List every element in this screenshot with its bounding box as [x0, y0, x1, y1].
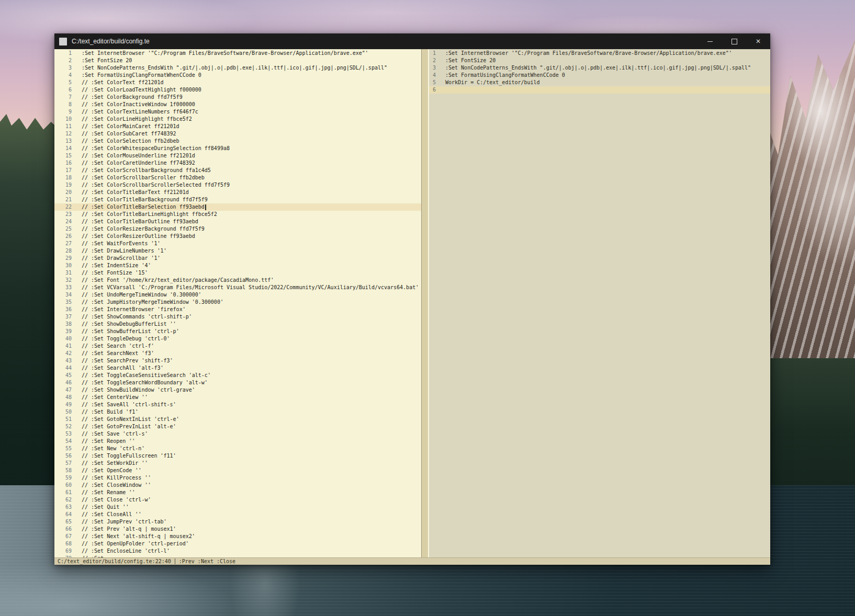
status-commands[interactable]: :Prev :Next :Close: [179, 558, 235, 564]
code-line[interactable]: 5WorkDir = C:/text_editor/build: [429, 79, 770, 86]
line-text: // :Set Font '/home/krz/text_editor/pack…: [82, 277, 274, 284]
code-line[interactable]: 16// :Set ColorCaretUnderline ff748392: [54, 159, 421, 167]
window-titlebar[interactable]: C:/text_editor/build/config.te ✕: [54, 33, 770, 49]
code-line[interactable]: 53// :Set Save 'ctrl-s': [54, 430, 421, 438]
line-text: // :Set ColorText ff21201d: [82, 79, 164, 86]
line-number: 63: [54, 504, 72, 511]
code-line[interactable]: 7// :Set ColorBackground ffd7f5f9: [54, 94, 421, 101]
code-line[interactable]: 4:Set FormatUsingClangFormatWhenCCode 0: [54, 72, 421, 79]
line-text: // :Set ToggleDebug 'ctrl-0': [82, 335, 170, 343]
code-line[interactable]: 3:Set NonCodePatterns_EndsWith ".git/|.o…: [54, 64, 421, 72]
code-line[interactable]: 55// :Set New 'ctrl-n': [54, 445, 421, 452]
code-line[interactable]: 54// :Set Reopen '': [54, 438, 421, 445]
code-line[interactable]: 1:Set InternetBrowser '"C:/Program Files…: [429, 50, 770, 57]
line-text: // :Set SearchAll 'alt-f3': [82, 364, 164, 372]
code-line[interactable]: 50// :Set Build 'f1': [54, 408, 421, 416]
code-line[interactable]: 14// :Set ColorWhitespaceDuringSelection…: [54, 145, 421, 152]
code-line[interactable]: 61// :Set Rename '': [54, 489, 421, 496]
code-line[interactable]: 42// :Set SearchNext 'f3': [54, 350, 421, 357]
code-line[interactable]: 10// :Set ColorLineHighlight ffbce5f2: [54, 116, 421, 123]
code-line[interactable]: 24// :Set ColorTitleBarOutline ff93aebd: [54, 218, 421, 225]
pane-scrollbar[interactable]: [421, 49, 429, 557]
code-line[interactable]: 4:Set FormatUsingClangFormatWhenCCode 0: [429, 72, 770, 79]
code-line[interactable]: 26// :Set ColorResizerOutline ff93aebd: [54, 233, 421, 240]
code-line[interactable]: 69// :Set EncloseLine 'ctrl-l': [54, 547, 421, 555]
code-line[interactable]: 11// :Set ColorMainCaret ff21201d: [54, 123, 421, 130]
line-number: 43: [54, 357, 72, 364]
code-line[interactable]: 46// :Set ToggleSearchWordBoundary 'alt-…: [54, 379, 421, 386]
code-line[interactable]: 12// :Set ColorSubCaret ff748392: [54, 130, 421, 138]
code-line[interactable]: 44// :Set SearchAll 'alt-f3': [54, 364, 421, 372]
pane-active-config[interactable]: 1:Set InternetBrowser '"C:/Program Files…: [54, 49, 421, 557]
code-line[interactable]: 34// :Set UndoMergeTimeWindow '0.300000': [54, 291, 421, 299]
code-line[interactable]: 25// :Set ColorResizerBackground ffd7f5f…: [54, 225, 421, 233]
line-number: 32: [54, 277, 72, 284]
code-line[interactable]: 6// :Set ColorLoadTextHighlight f000000: [54, 86, 421, 94]
code-line[interactable]: 31// :Set FontSize '15': [54, 269, 421, 277]
line-number: 23: [54, 211, 72, 218]
code-line[interactable]: 29// :Set DrawScrollbar '1': [54, 255, 421, 262]
code-line[interactable]: 23// :Set ColorTitleBarLineHighlight ffb…: [54, 211, 421, 218]
code-line[interactable]: 51// :Set GotoNextInList 'ctrl-e': [54, 416, 421, 423]
minimize-button[interactable]: [698, 33, 722, 49]
line-number: 24: [54, 218, 72, 225]
code-line[interactable]: 33// :Set VCVarsall 'C:/Program Files/Mi…: [54, 284, 421, 291]
code-line[interactable]: 63// :Set Quit '': [54, 504, 421, 511]
code-line[interactable]: 28// :Set DrawLineNumbers '1': [54, 247, 421, 255]
code-line[interactable]: 41// :Set Search 'ctrl-f': [54, 343, 421, 350]
code-line[interactable]: 36// :Set InternetBrowser 'firefox': [54, 306, 421, 313]
code-line[interactable]: 6: [429, 86, 770, 94]
code-line[interactable]: 5// :Set ColorText ff21201d: [54, 79, 421, 86]
code-line[interactable]: 56// :Set ToggleFullscreen 'f11': [54, 452, 421, 460]
code-line[interactable]: 15// :Set ColorMouseUnderline ff21201d: [54, 152, 421, 159]
code-line[interactable]: 57// :Set SetWorkDir '': [54, 460, 421, 467]
code-line[interactable]: 59// :Set KillProcess '': [54, 474, 421, 482]
code-line[interactable]: 62// :Set Close 'ctrl-w': [54, 496, 421, 504]
line-text: :Set InternetBrowser '"C:/Program Files/…: [82, 50, 368, 57]
code-line[interactable]: 32// :Set Font '/home/krz/text_editor/pa…: [54, 277, 421, 284]
code-line[interactable]: 48// :Set CenterView '': [54, 394, 421, 401]
code-line[interactable]: 20// :Set ColorTitleBarText ff21201d: [54, 189, 421, 196]
line-number: 44: [54, 364, 72, 372]
maximize-button[interactable]: [722, 33, 746, 49]
close-button[interactable]: ✕: [746, 33, 770, 49]
window-controls: ✕: [698, 33, 770, 49]
code-line[interactable]: 37// :Set ShowCommands 'ctrl-shift-p': [54, 313, 421, 321]
code-line[interactable]: 64// :Set CloseAll '': [54, 511, 421, 518]
code-line[interactable]: 35// :Set JumpHistoryMergeTimeWindow '0.…: [54, 299, 421, 306]
code-line[interactable]: 45// :Set ToggleCaseSensitiveSearch 'alt…: [54, 372, 421, 379]
code-line[interactable]: 22// :Set ColorTitleBarSelection ff93aeb…: [54, 203, 421, 211]
code-line[interactable]: 39// :Set ShowBufferList 'ctrl-p': [54, 328, 421, 335]
code-line[interactable]: 65// :Set JumpPrev 'ctrl-tab': [54, 518, 421, 526]
line-text: // :Set GotoNextInList 'ctrl-e': [82, 416, 179, 423]
code-line[interactable]: 17// :Set ColorScrollbarBackground ffa1c…: [54, 167, 421, 174]
code-line[interactable]: 67// :Set Next 'alt-shift-q | mousex2': [54, 533, 421, 540]
code-line[interactable]: 66// :Set Prev 'alt-q | mousex1': [54, 526, 421, 533]
code-line[interactable]: 2:Set FontSize 20: [429, 57, 770, 64]
window-title: C:/text_editor/build/config.te: [72, 38, 698, 45]
code-line[interactable]: 49// :Set SaveAll 'ctrl-shift-s': [54, 401, 421, 408]
line-text: // :Set ColorWhitespaceDuringSelection f…: [82, 145, 230, 152]
code-line[interactable]: 43// :Set SearchPrev 'shift-f3': [54, 357, 421, 364]
line-number: 42: [54, 350, 72, 357]
pane-inactive-config[interactable]: 1:Set InternetBrowser '"C:/Program Files…: [429, 49, 770, 557]
code-line[interactable]: 27// :Set WaitForEvents '1': [54, 240, 421, 247]
code-line[interactable]: 8// :Set ColorInactiveWindow 1f000000: [54, 101, 421, 108]
code-line[interactable]: 19// :Set ColorScrollbarScrollerSelected…: [54, 181, 421, 189]
code-line[interactable]: 21// :Set ColorTitleBarBackground ffd7f5…: [54, 196, 421, 203]
code-line[interactable]: 2:Set FontSize 20: [54, 57, 421, 64]
code-line[interactable]: 40// :Set ToggleDebug 'ctrl-0': [54, 335, 421, 343]
code-line[interactable]: 18// :Set ColorScrollbarScroller ffb2dbe…: [54, 174, 421, 181]
code-line[interactable]: 1:Set InternetBrowser '"C:/Program Files…: [54, 50, 421, 57]
code-line[interactable]: 52// :Set GotoPrevInList 'alt-e': [54, 423, 421, 430]
editor-content: 1:Set InternetBrowser '"C:/Program Files…: [54, 49, 770, 557]
code-line[interactable]: 9// :Set ColorTextLineNumbers ff646f7c: [54, 108, 421, 116]
code-line[interactable]: 13// :Set ColorSelection ffb2dbeb: [54, 138, 421, 145]
code-line[interactable]: 38// :Set ShowDebugBufferList '': [54, 321, 421, 328]
code-line[interactable]: 68// :Set OpenUpFolder 'ctrl-period': [54, 540, 421, 547]
code-line[interactable]: 30// :Set IndentSize '4': [54, 262, 421, 269]
code-line[interactable]: 3:Set NonCodePatterns_EndsWith ".git/|.o…: [429, 64, 770, 72]
code-line[interactable]: 60// :Set CloseWindow '': [54, 482, 421, 489]
code-line[interactable]: 58// :Set OpenCode '': [54, 467, 421, 474]
code-line[interactable]: 47// :Set ShowBuildWindow 'ctrl-grave': [54, 386, 421, 394]
